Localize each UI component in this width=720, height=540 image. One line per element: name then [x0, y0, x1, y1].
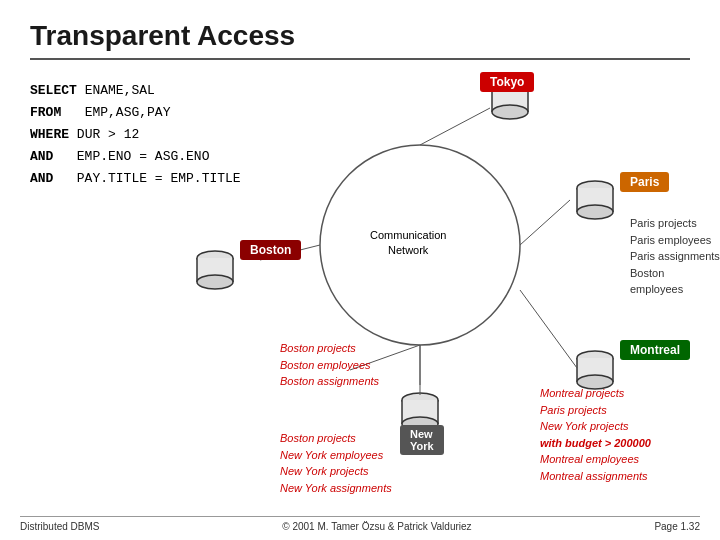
- sql-line-4: AND EMP.ENO = ASG.ENO: [30, 146, 241, 168]
- boston-projects-list: Boston projects Boston employees Boston …: [280, 340, 379, 390]
- svg-point-10: [492, 105, 528, 119]
- svg-line-32: [520, 290, 577, 368]
- paris-list: Paris projects Paris employees Paris ass…: [630, 215, 720, 298]
- slide: Transparent Access SELECT ENAME,SAL FROM…: [0, 0, 720, 540]
- sql-block: SELECT ENAME,SAL FROM EMP,ASG,PAY WHERE …: [30, 80, 241, 190]
- new-york-badge: NewYork: [400, 425, 444, 455]
- footer-center: © 2001 M. Tamer Özsu & Patrick Valduriez: [282, 521, 471, 532]
- svg-point-15: [197, 275, 233, 289]
- montreal-badge: Montreal: [620, 340, 690, 360]
- footer-right: Page 1.32: [654, 521, 700, 532]
- sql-line-5: AND PAY.TITLE = EMP.TITLE: [30, 168, 241, 190]
- svg-point-16: [577, 181, 613, 195]
- network-label: Communication Network: [370, 228, 446, 259]
- svg-rect-27: [402, 400, 438, 424]
- sql-line-2: FROM EMP,ASG,PAY: [30, 102, 241, 124]
- svg-point-20: [577, 205, 613, 219]
- montreal-list: Montreal projects Paris projects New Yor…: [540, 385, 651, 484]
- svg-line-1: [420, 108, 490, 145]
- footer: Distributed DBMS © 2001 M. Tamer Özsu & …: [20, 516, 700, 532]
- svg-rect-22: [577, 358, 613, 382]
- footer-left: Distributed DBMS: [20, 521, 99, 532]
- svg-line-4: [520, 200, 570, 245]
- svg-rect-12: [197, 258, 233, 282]
- boston-badge: Boston: [240, 240, 301, 260]
- paris-badge: Paris: [620, 172, 669, 192]
- svg-rect-17: [577, 188, 613, 212]
- svg-point-11: [197, 251, 233, 265]
- sql-line-1: SELECT ENAME,SAL: [30, 80, 241, 102]
- svg-point-26: [402, 393, 438, 407]
- sql-line-3: WHERE DUR > 12: [30, 124, 241, 146]
- tokyo-badge: Tokyo: [480, 72, 534, 92]
- slide-title: Transparent Access: [30, 20, 690, 60]
- svg-point-21: [577, 351, 613, 365]
- new-york-list: Boston projects New York employees New Y…: [280, 430, 392, 496]
